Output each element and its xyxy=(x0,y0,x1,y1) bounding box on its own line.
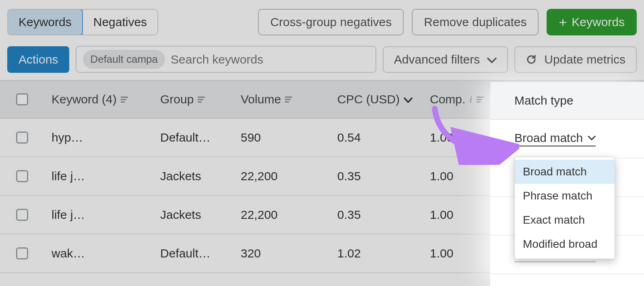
search-keywords-wrap[interactable]: Default campa xyxy=(76,46,376,73)
match-option-phrase[interactable]: Phrase match xyxy=(515,184,615,208)
col-cpc[interactable]: CPC (USD) xyxy=(330,93,423,106)
cell-keyword: life j… xyxy=(44,208,153,222)
col-comp-label: Comp. xyxy=(430,93,465,106)
add-keywords-button[interactable]: + Keywords xyxy=(547,9,637,35)
update-metrics-label: Update metrics xyxy=(544,53,625,66)
cell-volume: 590 xyxy=(233,131,330,144)
sort-icon xyxy=(285,97,292,103)
match-option-modified[interactable]: Modified broad xyxy=(515,232,615,256)
col-group-label: Group xyxy=(160,93,194,106)
sort-icon xyxy=(198,97,205,103)
update-metrics-button[interactable]: Update metrics xyxy=(514,46,637,73)
chevron-down-icon xyxy=(487,57,497,64)
col-volume[interactable]: Volume xyxy=(233,93,330,106)
match-type-dropdown[interactable]: Broad match Phrase match Exact match Mod… xyxy=(514,157,615,259)
cell-group: Jackets xyxy=(153,208,233,222)
search-input[interactable] xyxy=(171,53,369,66)
cell-keyword: hyp… xyxy=(44,131,153,144)
cell-cpc: 0.35 xyxy=(330,169,423,183)
view-tabs: Keywords Negatives xyxy=(7,9,158,35)
filter-chip-campaign[interactable]: Default campa xyxy=(83,50,165,69)
cell-volume: 22,200 xyxy=(233,169,330,183)
sort-icon xyxy=(121,97,128,103)
cell-volume: 22,200 xyxy=(233,208,330,222)
row-checkbox[interactable] xyxy=(16,209,28,221)
tab-negatives[interactable]: Negatives xyxy=(82,10,157,35)
cross-group-negatives-button[interactable]: Cross-group negatives xyxy=(258,9,404,35)
chevron-down-icon xyxy=(588,135,596,141)
col-keyword[interactable]: Keyword (4) xyxy=(44,93,153,106)
col-match-type-highlight: Match type xyxy=(490,82,644,120)
cell-keyword: life j… xyxy=(44,169,153,183)
col-checkbox xyxy=(0,93,44,105)
row-checkbox[interactable] xyxy=(16,132,28,144)
cell-cpc: 0.54 xyxy=(330,131,423,144)
col-keyword-label: Keyword (4) xyxy=(52,93,117,106)
row-checkbox[interactable] xyxy=(16,170,28,182)
cell-cpc: 0.35 xyxy=(330,208,423,222)
match-type-value: Broad match xyxy=(514,131,583,145)
cell-group: Jackets xyxy=(153,169,233,183)
actions-button[interactable]: Actions xyxy=(7,46,69,73)
match-type-select[interactable]: Broad match xyxy=(514,131,596,146)
remove-duplicates-button[interactable]: Remove duplicates xyxy=(412,9,539,35)
advanced-filters-label: Advanced filters xyxy=(394,53,480,66)
col-cpc-label: CPC (USD) xyxy=(337,93,400,106)
match-option-exact[interactable]: Exact match xyxy=(515,208,615,232)
col-group[interactable]: Group xyxy=(153,93,233,106)
col-volume-label: Volume xyxy=(241,93,281,106)
plus-icon: + xyxy=(559,15,567,29)
cell-volume: 320 xyxy=(233,247,330,260)
cell-group: Default… xyxy=(153,247,233,260)
cell-keyword: wak… xyxy=(44,247,153,260)
info-icon: i xyxy=(469,93,472,105)
match-option-broad[interactable]: Broad match xyxy=(515,160,615,184)
sort-icon xyxy=(477,97,484,103)
select-all-checkbox[interactable] xyxy=(16,93,28,105)
tab-keywords[interactable]: Keywords xyxy=(7,9,83,35)
cell-group: Default… xyxy=(153,131,233,144)
advanced-filters-button[interactable]: Advanced filters xyxy=(383,46,508,73)
refresh-icon xyxy=(526,54,537,65)
cell-cpc: 1.02 xyxy=(330,247,423,260)
row-checkbox[interactable] xyxy=(16,247,28,259)
chevron-down-icon xyxy=(404,97,413,103)
add-keywords-label: Keywords xyxy=(572,15,625,29)
